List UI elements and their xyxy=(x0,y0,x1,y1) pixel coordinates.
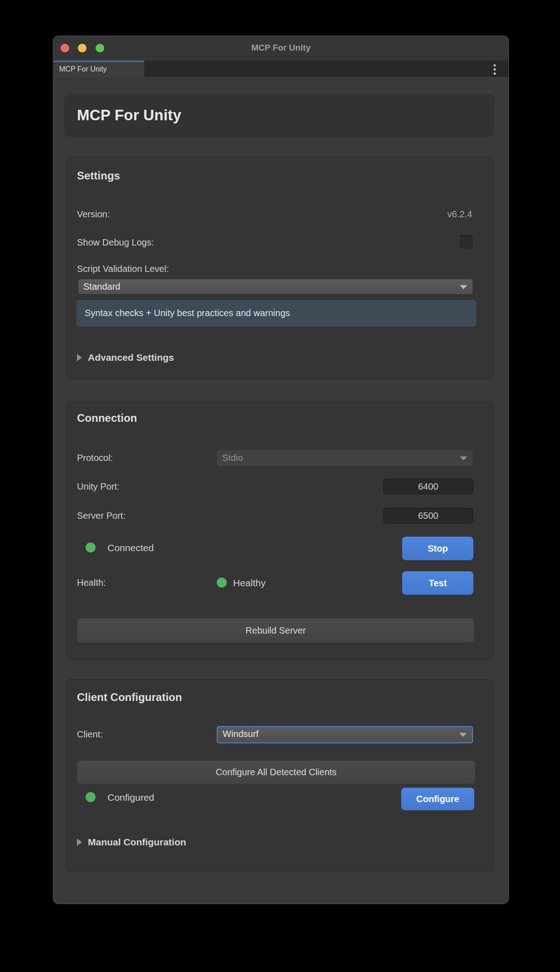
test-button-label: Test xyxy=(429,578,447,588)
window-titlebar: MCP For Unity xyxy=(53,36,509,61)
script-validation-level-label: Script Validation Level: xyxy=(77,263,169,274)
manual-configuration-label: Manual Configuration xyxy=(88,837,186,848)
connection-title: Connection xyxy=(77,412,137,425)
page-header: MCP For Unity xyxy=(64,94,494,137)
foldout-arrow-icon xyxy=(77,839,82,846)
unity-port-input[interactable] xyxy=(383,479,473,494)
advanced-settings-foldout[interactable]: Advanced Settings xyxy=(77,352,174,363)
connection-status-dot-icon xyxy=(86,542,96,553)
editor-tab-strip: MCP For Unity xyxy=(53,61,509,77)
page-title: MCP For Unity xyxy=(77,107,181,124)
protocol-dropdown: Stdio xyxy=(217,450,473,466)
protocol-selected: Stdio xyxy=(222,453,243,463)
script-validation-selected: Standard xyxy=(83,281,120,292)
unity-port-label: Unity Port: xyxy=(77,481,119,492)
rebuild-server-label: Rebuild Server xyxy=(245,625,305,636)
manual-configuration-foldout[interactable]: Manual Configuration xyxy=(77,837,186,848)
client-configuration-title: Client Configuration xyxy=(77,691,182,704)
show-debug-logs-label: Show Debug Logs: xyxy=(77,237,154,248)
kebab-menu-icon[interactable] xyxy=(489,64,499,75)
validation-help-text: Syntax checks + Unity best practices and… xyxy=(85,308,290,318)
connection-status-text: Connected xyxy=(107,542,154,553)
health-status-dot-icon xyxy=(217,578,227,588)
mcp-for-unity-window: MCP For Unity MCP For Unity MCP For Unit… xyxy=(53,36,509,904)
tab-mcp-for-unity[interactable]: MCP For Unity xyxy=(54,61,144,77)
configured-status-text: Configured xyxy=(107,792,154,803)
test-button[interactable]: Test xyxy=(402,571,473,595)
configure-button-label: Configure xyxy=(416,794,459,804)
version-label: Version: xyxy=(77,209,110,220)
rebuild-server-button[interactable]: Rebuild Server xyxy=(77,618,474,643)
configure-all-detected-clients-button[interactable]: Configure All Detected Clients xyxy=(77,760,475,784)
connection-section: Connection Protocol: Stdio Unity Port: S… xyxy=(66,401,494,660)
health-status-text: Healthy xyxy=(233,578,265,588)
settings-section: Settings Version: v6.2.4 Show Debug Logs… xyxy=(66,156,494,379)
window-title: MCP For Unity xyxy=(53,43,509,53)
settings-title: Settings xyxy=(77,169,120,182)
stop-button[interactable]: Stop xyxy=(402,537,473,560)
server-port-input[interactable] xyxy=(383,508,473,523)
validation-help-box: Syntax checks + Unity best practices and… xyxy=(76,300,476,327)
health-label: Health: xyxy=(77,577,106,588)
server-port-label: Server Port: xyxy=(77,510,126,521)
configure-button[interactable]: Configure xyxy=(401,788,474,810)
configure-all-label: Configure All Detected Clients xyxy=(216,767,337,778)
configured-status-dot-icon xyxy=(86,792,96,802)
chevron-down-icon xyxy=(460,456,467,460)
show-debug-logs-checkbox[interactable] xyxy=(460,235,473,248)
foldout-arrow-icon xyxy=(77,354,82,361)
protocol-label: Protocol: xyxy=(77,452,113,463)
advanced-settings-label: Advanced Settings xyxy=(88,352,174,363)
client-configuration-section: Client Configuration Client: Windsurf Co… xyxy=(66,679,494,872)
script-validation-dropdown[interactable]: Standard xyxy=(78,279,473,295)
client-selected: Windsurf xyxy=(223,729,259,739)
chevron-down-icon xyxy=(459,733,467,737)
chevron-down-icon xyxy=(460,285,467,289)
client-dropdown[interactable]: Windsurf xyxy=(217,726,473,743)
client-label: Client: xyxy=(77,729,103,740)
stop-button-label: Stop xyxy=(428,543,448,554)
version-value: v6.2.4 xyxy=(448,209,472,220)
